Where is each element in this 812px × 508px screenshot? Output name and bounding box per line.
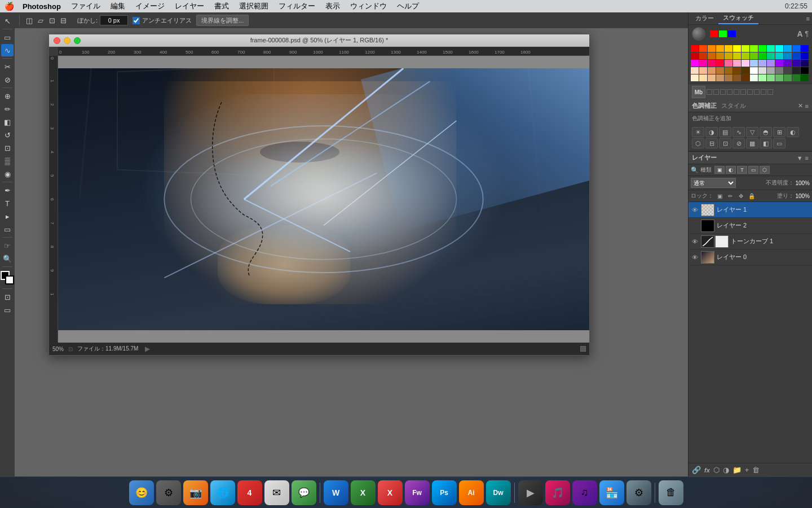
swatch[interactable]: [750, 75, 758, 81]
swatch[interactable]: [801, 67, 809, 74]
adj-photo-filter[interactable]: ⬡: [692, 138, 704, 148]
layer-item[interactable]: 👁 レイヤー 2: [689, 218, 812, 234]
dock-trash[interactable]: 🗑: [659, 480, 683, 505]
menu-help[interactable]: ヘルプ: [393, 1, 423, 12]
adj-close-btn[interactable]: ✕: [798, 102, 803, 110]
dock-photoshop[interactable]: Ps: [432, 480, 457, 505]
swatch[interactable]: [767, 52, 775, 59]
layer-item[interactable]: 👁 レイヤー 0: [689, 249, 812, 265]
gradient-tool[interactable]: ▒: [1, 155, 14, 167]
lasso-tool[interactable]: ∿: [1, 44, 14, 56]
dock-system-prefs[interactable]: ⚙: [156, 480, 181, 505]
layers-menu-btn[interactable]: ≡: [805, 155, 809, 161]
brush-tool[interactable]: ✏: [1, 103, 14, 115]
swatch[interactable]: [708, 67, 716, 74]
fx-icon[interactable]: fx: [704, 467, 710, 474]
new-layer-icon[interactable]: +: [745, 466, 749, 474]
menu-image[interactable]: イメージ: [131, 1, 169, 12]
swatch[interactable]: [775, 52, 783, 59]
background-color[interactable]: [5, 275, 14, 284]
adj-contrast[interactable]: ◑: [705, 127, 718, 137]
blend-mode-select[interactable]: 通常 乗算 スクリーン オーバーレイ: [691, 178, 736, 188]
move-tool[interactable]: ↖: [1, 15, 14, 27]
swatch[interactable]: [691, 45, 699, 52]
swatch[interactable]: [691, 52, 699, 59]
swatch[interactable]: [775, 60, 783, 67]
swatch[interactable]: [767, 75, 775, 81]
swatch[interactable]: [758, 45, 766, 52]
swatch[interactable]: [708, 60, 716, 67]
swatch[interactable]: [750, 67, 758, 74]
swatch[interactable]: [792, 75, 800, 81]
lock-transparent-icon[interactable]: ▣: [715, 191, 724, 200]
menu-select[interactable]: 選択範囲: [235, 1, 272, 12]
adj-bw[interactable]: ◐: [787, 127, 799, 137]
swatch[interactable]: [792, 45, 800, 52]
paragraph-tool-icon[interactable]: ¶: [805, 30, 809, 38]
panel-icon-3[interactable]: [713, 89, 719, 95]
history-brush-tool[interactable]: ↺: [1, 129, 14, 141]
tab-color[interactable]: カラー: [691, 13, 718, 24]
swatch[interactable]: [801, 52, 809, 59]
swatch[interactable]: [767, 60, 775, 67]
menu-window[interactable]: ウィンドウ: [346, 1, 391, 12]
adj-exposure[interactable]: ▽: [746, 127, 758, 137]
panel-icon-7[interactable]: [740, 89, 746, 95]
adj-posterize[interactable]: ▦: [746, 138, 758, 148]
swatch[interactable]: [742, 75, 749, 81]
dodge-tool[interactable]: ◉: [1, 168, 14, 180]
swatch[interactable]: [725, 45, 732, 52]
swatch[interactable]: [725, 75, 732, 81]
swatch[interactable]: [775, 67, 783, 74]
marquee-tool[interactable]: ▭: [1, 31, 14, 43]
swatch[interactable]: [784, 45, 792, 52]
kind-smart-icon[interactable]: ⬡: [760, 166, 770, 174]
layer-visibility-3[interactable]: 👁: [691, 238, 699, 246]
resize-handle[interactable]: [580, 346, 586, 352]
swatch[interactable]: [742, 45, 749, 52]
menu-view[interactable]: 表示: [321, 1, 344, 12]
dock-itunes[interactable]: ♫: [572, 480, 597, 505]
adj-gradient-map[interactable]: ▭: [773, 138, 785, 148]
swatch[interactable]: [758, 67, 766, 74]
mb-icon[interactable]: Mb: [692, 86, 705, 98]
panel-icon-8[interactable]: [747, 89, 753, 95]
tab-swatches[interactable]: スウォッチ: [718, 12, 758, 24]
panel-icon-9[interactable]: [754, 89, 760, 95]
swatch[interactable]: [716, 67, 724, 74]
menu-file[interactable]: ファイル: [67, 1, 104, 12]
dock-safari[interactable]: 🌐: [210, 480, 235, 505]
adj-hue[interactable]: ◓: [760, 127, 772, 137]
swatch[interactable]: [699, 52, 707, 59]
adj-brightness[interactable]: ☀: [692, 127, 704, 137]
swatch[interactable]: [792, 67, 800, 74]
adj-menu-btn[interactable]: ≡: [805, 103, 809, 110]
swatch[interactable]: [784, 67, 792, 74]
swatch[interactable]: [716, 60, 724, 67]
panel-icon-10[interactable]: [761, 89, 766, 95]
dock-cross[interactable]: X: [378, 480, 403, 505]
crop-tool[interactable]: ✂: [1, 60, 14, 73]
adj-curves[interactable]: ∿: [732, 127, 745, 137]
menu-type[interactable]: 書式: [210, 1, 233, 12]
maximize-button[interactable]: [74, 37, 81, 44]
swatch[interactable]: [708, 52, 716, 59]
kind-pixel-icon[interactable]: ▣: [714, 166, 725, 174]
swatch[interactable]: [733, 67, 741, 74]
close-button[interactable]: [54, 37, 60, 44]
folder-icon[interactable]: 📁: [732, 466, 742, 474]
swatch[interactable]: [801, 60, 809, 67]
swatch[interactable]: [750, 60, 758, 67]
swatch[interactable]: [775, 75, 783, 81]
swatch[interactable]: [708, 45, 716, 52]
quick-mask-tool[interactable]: ⊡: [1, 291, 14, 303]
dock-excel[interactable]: X: [351, 480, 376, 505]
panel-icon-4[interactable]: [720, 89, 726, 95]
dock-messages[interactable]: 💬: [292, 480, 316, 505]
color-panel-menu[interactable]: ≡: [806, 15, 810, 22]
menu-edit[interactable]: 編集: [107, 1, 129, 12]
swatch[interactable]: [742, 60, 749, 67]
dock-fireworks[interactable]: Fw: [405, 480, 430, 505]
opacity-value[interactable]: 100%: [795, 180, 810, 186]
spot-heal-tool[interactable]: ⊕: [1, 90, 14, 102]
